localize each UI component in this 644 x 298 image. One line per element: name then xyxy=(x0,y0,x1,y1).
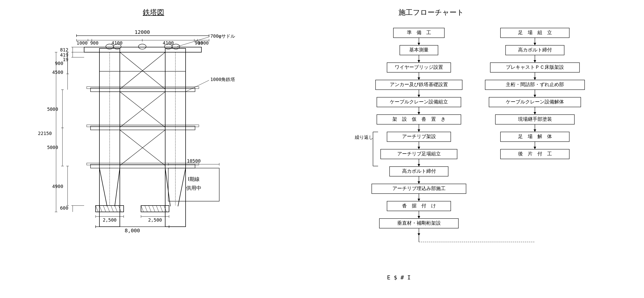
svg-text:4500: 4500 xyxy=(52,70,63,75)
page: 鉄塔図 12000 1000 900 4100 4100 900 xyxy=(0,0,644,298)
svg-text:22150: 22150 xyxy=(38,131,52,136)
svg-marker-146 xyxy=(418,129,420,132)
engineering-drawing: 12000 1000 900 4100 4100 900 1000 xyxy=(0,13,321,298)
svg-text:4100: 4100 xyxy=(163,40,174,46)
svg-marker-154 xyxy=(418,147,420,149)
svg-line-47 xyxy=(165,168,170,206)
svg-text:高カボルト締付: 高カボルト締付 xyxy=(518,47,552,52)
svg-text:1000: 1000 xyxy=(198,40,209,46)
svg-line-60 xyxy=(145,206,147,212)
svg-text:5000: 5000 xyxy=(47,106,58,112)
svg-text:8,000: 8,000 xyxy=(125,227,140,234)
flowchart: 準 備 工 基本測量 ワイヤーブリッジ設置 アンカー及び鉄塔基礎設置 xyxy=(322,13,643,298)
svg-text:高カボルト締付: 高カボルト締付 xyxy=(402,168,436,174)
svg-rect-42 xyxy=(91,164,195,168)
svg-text:アンカー及び鉄塔基礎設置: アンカー及び鉄塔基礎設置 xyxy=(390,82,448,87)
svg-text:ワイヤーブリッジ設置: ワイヤーブリッジ設置 xyxy=(395,64,443,70)
svg-marker-190 xyxy=(534,95,536,97)
svg-marker-194 xyxy=(534,112,536,115)
svg-line-54 xyxy=(111,206,113,212)
svg-marker-186 xyxy=(534,77,536,80)
svg-marker-142 xyxy=(418,112,420,115)
svg-text:アーチリブ足場組立: アーチリブ足場組立 xyxy=(397,151,441,156)
svg-text:プレキャストＰＣ床版架設: プレキャストＰＣ床版架設 xyxy=(506,64,564,70)
svg-text:12000: 12000 xyxy=(135,29,150,35)
svg-text:700φサドル: 700φサドル xyxy=(210,33,235,39)
svg-marker-134 xyxy=(418,77,420,80)
svg-text:沓　据　付　け: 沓 据 付 け xyxy=(402,203,436,208)
svg-marker-202 xyxy=(534,147,536,149)
svg-text:812: 812 xyxy=(60,47,68,52)
svg-text:準　備　工: 準 備 工 xyxy=(407,30,431,35)
svg-line-46 xyxy=(115,168,120,206)
svg-text:1000: 1000 xyxy=(76,40,87,46)
svg-marker-170 xyxy=(418,216,420,219)
toolbar-text[interactable]: E $ # I xyxy=(387,274,411,281)
svg-text:主桁・間詰部・ずれ止め部: 主桁・間詰部・ずれ止め部 xyxy=(506,82,564,87)
svg-text:2,500: 2,500 xyxy=(148,217,162,223)
svg-line-51 xyxy=(99,206,102,212)
svg-text:アーチリブ埋込み部施工: アーチリブ埋込み部施工 xyxy=(392,185,446,191)
svg-text:Ⅰ期線: Ⅰ期線 xyxy=(188,176,200,182)
svg-text:現場継手部塗装: 現場継手部塗装 xyxy=(518,116,552,122)
svg-marker-178 xyxy=(534,43,536,45)
svg-text:900: 900 xyxy=(90,40,99,46)
svg-line-63 xyxy=(156,206,159,212)
svg-text:4900: 4900 xyxy=(52,184,63,189)
svg-marker-166 xyxy=(418,199,420,201)
svg-rect-39 xyxy=(87,125,199,127)
svg-text:1000角鉄塔: 1000角鉄塔 xyxy=(210,77,235,82)
svg-line-53 xyxy=(107,206,110,212)
svg-marker-138 xyxy=(418,95,420,97)
svg-rect-110 xyxy=(168,168,219,201)
svg-text:アーチリブ架設: アーチリブ架設 xyxy=(402,133,436,139)
svg-rect-33 xyxy=(91,88,195,92)
right-section: 施工フローチャート 準 備 工 基本測量 ワイヤーブリッジ設置 xyxy=(322,0,644,298)
svg-rect-20 xyxy=(84,47,201,52)
svg-text:2,500: 2,500 xyxy=(103,217,117,223)
svg-rect-38 xyxy=(91,126,195,130)
svg-text:後　片　付　工: 後 片 付 工 xyxy=(518,151,552,156)
svg-marker-130 xyxy=(418,60,420,63)
svg-text:5000: 5000 xyxy=(47,145,58,150)
svg-text:足　場　解　体: 足 場 解 体 xyxy=(518,133,552,139)
svg-text:繰り返し: 繰り返し xyxy=(355,134,373,140)
svg-line-50 xyxy=(96,206,98,212)
left-section: 鉄塔図 12000 1000 900 4100 4100 900 xyxy=(0,0,321,298)
svg-text:基本測量: 基本測量 xyxy=(409,47,429,52)
svg-marker-174 xyxy=(418,233,420,236)
svg-text:ケーブルクレーン設備組立: ケーブルクレーン設備組立 xyxy=(390,99,448,104)
svg-text:4100: 4100 xyxy=(111,40,122,46)
svg-line-45 xyxy=(178,168,186,206)
svg-rect-43 xyxy=(87,163,199,165)
svg-text:架　設　仮　沓　置　き: 架 設 仮 沓 置 き xyxy=(392,116,446,122)
svg-rect-34 xyxy=(87,87,199,89)
svg-text:ケーブルクレーン設備解体: ケーブルクレーン設備解体 xyxy=(506,99,564,104)
svg-line-61 xyxy=(149,206,151,212)
svg-marker-126 xyxy=(418,43,420,45)
svg-line-117 xyxy=(186,80,209,92)
svg-line-44 xyxy=(99,168,107,206)
svg-marker-182 xyxy=(534,60,536,63)
svg-text:足　場　組　立: 足 場 組 立 xyxy=(518,30,552,35)
svg-point-25 xyxy=(138,44,146,49)
svg-line-52 xyxy=(103,206,106,212)
svg-line-64 xyxy=(160,206,163,212)
svg-line-59 xyxy=(141,206,144,212)
svg-text:600: 600 xyxy=(60,205,68,211)
svg-text:供用中: 供用中 xyxy=(186,185,201,191)
svg-line-55 xyxy=(115,206,117,212)
svg-marker-162 xyxy=(418,181,420,184)
svg-marker-198 xyxy=(534,129,536,132)
svg-text:10500: 10500 xyxy=(187,158,201,164)
svg-marker-158 xyxy=(418,164,420,167)
svg-text:垂直材・補剛桁架設: 垂直材・補剛桁架設 xyxy=(397,220,441,226)
svg-line-62 xyxy=(152,206,155,212)
